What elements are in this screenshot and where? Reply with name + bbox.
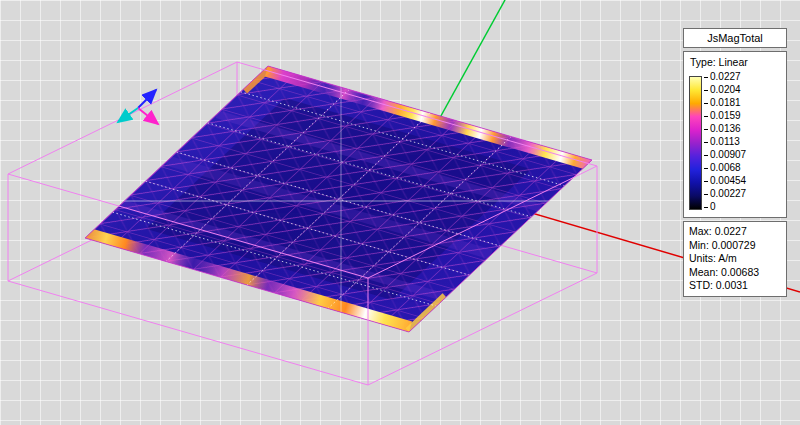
scale-value: 0.0068 <box>704 163 746 173</box>
stat-units: Units: A/m <box>689 252 781 266</box>
triad-cyan-arrow <box>118 108 138 122</box>
stat-std: STD: 0.0031 <box>689 279 781 293</box>
legend-title: JsMagTotal <box>683 28 787 48</box>
scale-value: 0 <box>704 202 746 212</box>
legend-stats-panel: Max: 0.0227 Min: 0.000729 Units: A/m Mea… <box>683 221 787 297</box>
scale-value: 0.00907 <box>704 150 746 160</box>
stat-mean: Mean: 0.00683 <box>689 266 781 280</box>
scale-value: 0.00227 <box>704 189 746 199</box>
legend-scale-panel: Type: Linear 0.02270.02040.01810.01590.0… <box>683 51 787 218</box>
scale-value: 0.0227 <box>704 72 746 82</box>
stat-max: Max: 0.0227 <box>689 225 781 239</box>
stat-min: Min: 0.000729 <box>689 239 781 253</box>
triad-magenta-arrow <box>138 108 158 124</box>
viewport-3d[interactable] <box>0 0 800 425</box>
triad-blue-arrow <box>138 90 156 108</box>
legend-panel: JsMagTotal Type: Linear 0.02270.02040.01… <box>683 28 787 300</box>
scale-value: 0.0159 <box>704 111 746 121</box>
legend-type-label: Type: Linear <box>690 56 781 68</box>
surface-current-plot[interactable] <box>85 66 592 332</box>
scale-value: 0.00454 <box>704 176 746 186</box>
scale-value: 0.0181 <box>704 98 746 108</box>
scale-value: 0.0136 <box>704 124 746 134</box>
legend-colorbar <box>689 76 702 210</box>
scale-value: 0.0204 <box>704 85 746 95</box>
scale-value: 0.0113 <box>704 137 746 147</box>
legend-scale-values: 0.02270.02040.01810.01590.01360.01130.00… <box>704 72 746 212</box>
orientation-triad[interactable] <box>118 90 158 124</box>
